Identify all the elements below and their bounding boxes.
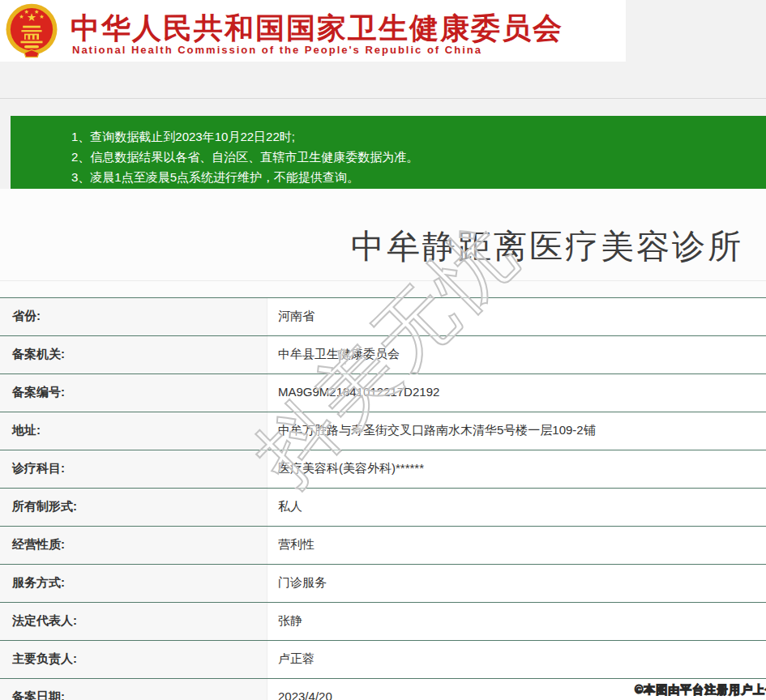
row-label: 经营性质: [0, 527, 267, 564]
site-title-english: National Health Commission of the People… [72, 44, 482, 56]
row-value: 营利性 [267, 527, 766, 564]
record-table: 省份: 河南省 备案机关: 中牟县卫生健康委员会 备案编号: MA9G9M218… [0, 297, 766, 700]
table-row: 主要负责人: 卢正蓉 [0, 640, 766, 678]
title-divider [0, 280, 766, 281]
row-value: MA9G9M21841012217D2192 [267, 374, 766, 412]
table-row: 地址: 中牟万胜路与寿圣街交叉口路南水木清华5号楼一层109-2铺 [0, 412, 766, 450]
row-value: 医疗美容科(美容外科)****** [267, 450, 766, 488]
row-label: 备案机关: [0, 336, 267, 373]
notice-line-3: 3、凌晨1点至凌晨5点系统进行维护，不能提供查询。 [71, 167, 758, 187]
notice-line-1: 1、查询数据截止到2023年10月22日22时; [71, 126, 758, 147]
row-value: 私人 [267, 489, 766, 526]
table-row: 备案编号: MA9G9M21841012217D2192 [0, 373, 766, 412]
notice-box: 1、查询数据截止到2023年10月22日22时; 2、信息数据结果以各省、自治区… [11, 116, 766, 189]
svg-text:★: ★ [24, 8, 28, 15]
table-row: 诊疗科目: 医疗美容科(美容外科)****** [0, 450, 766, 488]
image-copyright-watermark: ©本图由平台注册用户上传 [635, 683, 766, 698]
row-value: 中牟县卫生健康委员会 [267, 336, 766, 373]
table-row: 法定代表人: 张静 [0, 602, 766, 640]
svg-text:★: ★ [39, 13, 44, 20]
row-value: 张静 [267, 603, 766, 640]
page-title-institution-name: 中牟静距离医疗美容诊所 [351, 224, 743, 269]
table-row: 备案机关: 中牟县卫生健康委员会 [0, 335, 766, 373]
query-result-page: ★ ★ ★ ★ ★ 中华人民共和国国家卫生健康委员会 National Heal… [0, 0, 766, 700]
row-label: 省份: [0, 298, 267, 335]
row-label: 备案编号: [0, 374, 267, 412]
gov-header: ★ ★ ★ ★ ★ 中华人民共和国国家卫生健康委员会 National Heal… [0, 0, 626, 62]
national-emblem-icon: ★ ★ ★ ★ ★ [5, 2, 58, 60]
row-value: 河南省 [267, 298, 766, 335]
row-label: 备案日期: [0, 679, 267, 700]
row-label: 诊疗科目: [0, 450, 267, 488]
row-value: 中牟万胜路与寿圣街交叉口路南水木清华5号楼一层109-2铺 [267, 412, 766, 450]
header-divider [0, 98, 766, 99]
site-title-chinese: 中华人民共和国国家卫生健康委员会 [71, 9, 563, 49]
row-label: 主要负责人: [0, 641, 267, 678]
row-label: 地址: [0, 412, 267, 450]
table-row: 服务方式: 门诊服务 [0, 564, 766, 602]
row-label: 法定代表人: [0, 603, 267, 640]
table-row: 所有制形式: 私人 [0, 488, 766, 526]
notice-line-2: 2、信息数据结果以各省、自治区、直辖市卫生健康委数据为准。 [71, 147, 758, 167]
row-value: 卢正蓉 [267, 641, 766, 678]
row-label: 所有制形式: [0, 489, 267, 526]
table-row: 省份: 河南省 [0, 297, 766, 335]
row-value: 门诊服务 [267, 565, 766, 602]
row-label: 服务方式: [0, 565, 267, 602]
table-row: 经营性质: 营利性 [0, 526, 766, 564]
